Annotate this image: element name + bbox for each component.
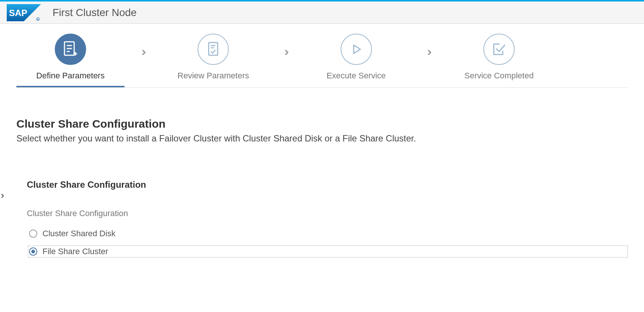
chevrons-right-icon: ››› — [416, 44, 439, 59]
section-description: Select whether you want to install a Fai… — [16, 133, 628, 144]
document-check-icon — [198, 34, 229, 65]
document-add-icon — [55, 34, 86, 65]
step-label: Define Parameters — [36, 71, 104, 81]
radio-label: File Share Cluster — [42, 247, 108, 256]
step-define-parameters[interactable]: Define Parameters — [16, 34, 124, 87]
cluster-share-config-section: Cluster Share Configuration Cluster Shar… — [27, 180, 628, 257]
main-content: Cluster Share Configuration Select wheth… — [0, 88, 644, 257]
field-label: Cluster Share Configuration — [27, 209, 628, 218]
step-service-completed[interactable]: Service Completed — [445, 34, 553, 86]
svg-text:R: R — [37, 18, 39, 21]
play-icon — [341, 34, 372, 65]
radio-icon — [29, 230, 37, 238]
step-label: Execute Service — [326, 71, 386, 81]
page-title: First Cluster Node — [53, 7, 137, 19]
cluster-share-radio-group: Cluster Shared Disk File Share Cluster — [27, 229, 628, 257]
sap-logo: SAP R — [0, 2, 43, 23]
checkbox-icon — [483, 34, 515, 65]
step-execute-service[interactable]: Execute Service — [302, 34, 410, 86]
sap-logo-text: SAP — [9, 8, 27, 18]
section-title: Cluster Share Configuration — [16, 118, 628, 130]
step-review-parameters[interactable]: Review Parameters — [159, 34, 267, 86]
chevrons-right-icon: ››› — [274, 44, 296, 59]
header-bar: SAP R First Cluster Node — [0, 1, 644, 24]
svg-rect-9 — [209, 43, 218, 55]
radio-file-share-cluster[interactable]: File Share Cluster — [28, 246, 628, 257]
wizard-stepper: Define Parameters ››› Review Parameters … — [16, 24, 628, 88]
radio-label: Cluster Shared Disk — [42, 229, 116, 238]
subsection-title: Cluster Share Configuration — [27, 180, 628, 190]
chevrons-right-icon: ››› — [131, 44, 153, 59]
step-label: Service Completed — [464, 71, 534, 81]
expand-handle-icon[interactable]: ›› — [0, 190, 1, 201]
step-label: Review Parameters — [177, 71, 249, 81]
radio-cluster-shared-disk[interactable]: Cluster Shared Disk — [29, 229, 628, 238]
radio-icon — [29, 247, 37, 256]
